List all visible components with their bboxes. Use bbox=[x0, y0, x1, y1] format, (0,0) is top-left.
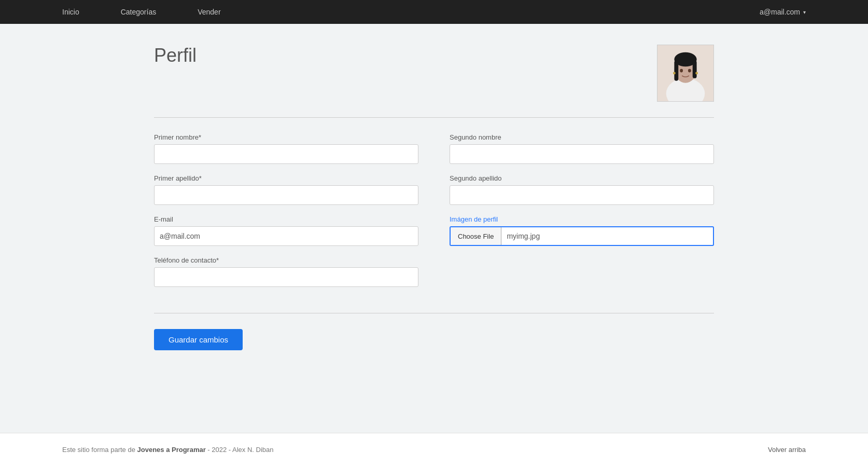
footer-left: Este sitio forma parte de Jovenes a Prog… bbox=[62, 446, 274, 454]
svg-rect-6 bbox=[693, 60, 697, 78]
profile-header: Perfil bbox=[154, 45, 714, 102]
telefono-right-spacer bbox=[450, 256, 714, 287]
avatar-image bbox=[657, 45, 713, 101]
telefono-input[interactable] bbox=[154, 267, 418, 287]
nav-categorias[interactable]: Categorías bbox=[121, 8, 156, 16]
email-group: E-mail bbox=[154, 215, 418, 246]
nav-vender[interactable]: Vender bbox=[198, 8, 220, 16]
primer-nombre-label: Primer nombre bbox=[154, 133, 418, 141]
segundo-apellido-group: Segundo apellido bbox=[450, 174, 714, 205]
svg-rect-5 bbox=[674, 60, 678, 80]
footer-year-author: - 2022 - Alex N. Diban bbox=[206, 446, 274, 454]
profile-form: Primer nombre Segundo nombre Primer apel… bbox=[154, 133, 714, 297]
svg-point-8 bbox=[688, 69, 691, 73]
main-content: Perfil bbox=[123, 24, 745, 433]
segundo-nombre-group: Segundo nombre bbox=[450, 133, 714, 164]
segundo-nombre-label: Segundo nombre bbox=[450, 133, 714, 141]
bottom-divider bbox=[154, 313, 714, 313]
footer-brand: Jovenes a Programar bbox=[137, 446, 206, 454]
choose-file-button[interactable]: Choose File bbox=[451, 227, 501, 245]
primer-apellido-input[interactable] bbox=[154, 185, 418, 205]
imagen-perfil-group: Imágen de perfil Choose File myimg.jpg bbox=[450, 215, 714, 246]
primer-apellido-group: Primer apellido bbox=[154, 174, 418, 205]
segundo-apellido-label: Segundo apellido bbox=[450, 174, 714, 182]
imagen-label: Imágen de perfil bbox=[450, 215, 714, 223]
svg-point-9 bbox=[673, 72, 676, 75]
back-to-top-link[interactable]: Volver arriba bbox=[768, 446, 806, 454]
top-divider bbox=[154, 117, 714, 118]
nav-inicio[interactable]: Inicio bbox=[62, 8, 79, 16]
save-button[interactable]: Guardar cambios bbox=[154, 329, 243, 350]
chevron-down-icon: ▾ bbox=[803, 9, 806, 15]
svg-point-10 bbox=[695, 72, 698, 75]
footer: Este sitio forma parte de Jovenes a Prog… bbox=[0, 433, 868, 466]
nav-links: Inicio Categorías Vender bbox=[62, 8, 221, 16]
page-title: Perfil bbox=[154, 45, 197, 66]
email-input[interactable] bbox=[154, 226, 418, 246]
telefono-group: Teléfono de contacto bbox=[154, 256, 418, 287]
primer-nombre-input[interactable] bbox=[154, 144, 418, 164]
telefono-label: Teléfono de contacto bbox=[154, 256, 418, 264]
nav-user-menu[interactable]: a@mail.com ▾ bbox=[760, 8, 806, 16]
primer-apellido-label: Primer apellido bbox=[154, 174, 418, 182]
primer-nombre-group: Primer nombre bbox=[154, 133, 418, 164]
footer-text-before: Este sitio forma parte de bbox=[62, 446, 137, 454]
svg-point-7 bbox=[680, 69, 683, 73]
segundo-apellido-input[interactable] bbox=[450, 185, 714, 205]
file-name-display: myimg.jpg bbox=[501, 232, 545, 240]
segundo-nombre-input[interactable] bbox=[450, 144, 714, 164]
navbar: Inicio Categorías Vender a@mail.com ▾ bbox=[0, 0, 868, 24]
email-label: E-mail bbox=[154, 215, 418, 223]
avatar bbox=[657, 45, 714, 102]
nav-user-email: a@mail.com bbox=[760, 8, 800, 16]
file-input-wrapper: Choose File myimg.jpg bbox=[450, 226, 714, 246]
